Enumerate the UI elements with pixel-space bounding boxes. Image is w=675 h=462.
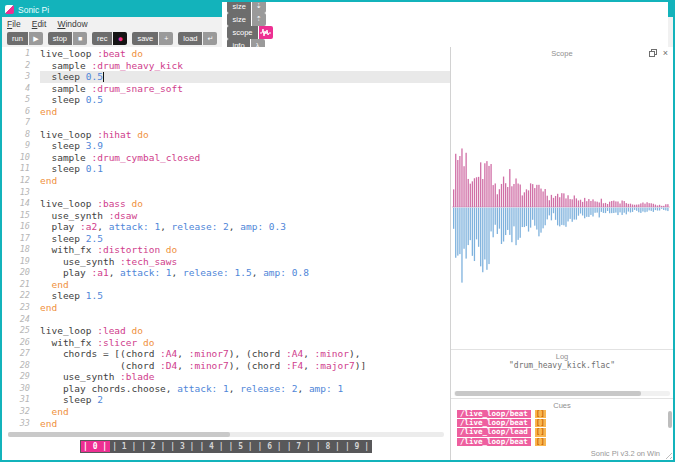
code-line[interactable]: 4 sample :drum_snare_soft xyxy=(2,83,450,95)
load-button[interactable]: load↵ xyxy=(178,32,217,45)
buffer-tab-2[interactable]: | 2 | xyxy=(139,441,168,452)
code-line-text[interactable]: chords = [(chord :A4, :minor7), (chord :… xyxy=(40,348,450,360)
code-line[interactable]: 27 chords = [(chord :A4, :minor7), (chor… xyxy=(2,348,450,360)
code-line[interactable]: 7 xyxy=(2,117,450,129)
code-line-text[interactable]: sample :drum_heavy_kick xyxy=(40,60,450,72)
scope-button[interactable]: scope xyxy=(227,26,668,39)
code-line[interactable]: 33end xyxy=(2,418,450,430)
log-horizontal-scrollbar[interactable] xyxy=(454,391,670,396)
code-line-text[interactable]: end xyxy=(40,302,450,314)
code-line-text[interactable]: sleep 2.5 xyxy=(40,233,450,245)
code-line[interactable]: 6end xyxy=(2,106,450,118)
code-line-text[interactable]: end xyxy=(40,106,450,118)
code-line-text[interactable]: with_fx :distortion do xyxy=(40,244,450,256)
code-line-text[interactable]: sleep 0.1 xyxy=(40,163,450,175)
code-line-text[interactable]: play chords.choose, attack: 1, release: … xyxy=(40,383,450,395)
code-line-text[interactable]: use_synth :dsaw xyxy=(40,210,450,222)
scrollbar-thumb[interactable] xyxy=(8,432,230,437)
code-line[interactable]: 25live_loop :lead do xyxy=(2,325,450,337)
code-line[interactable]: 21 end xyxy=(2,279,450,291)
code-line-text[interactable]: end xyxy=(40,406,450,418)
code-line[interactable]: 5 sleep 0.5 xyxy=(2,94,450,106)
buffer-tab-8[interactable]: | 8 | xyxy=(313,441,342,452)
code-line-text[interactable]: sleep 3.9 xyxy=(40,140,450,152)
code-line-text[interactable]: use_synth :tech_saws xyxy=(40,256,450,268)
menu-item-edit[interactable]: Edit xyxy=(32,19,47,29)
code-line[interactable]: 30 play chords.choose, attack: 1, releas… xyxy=(2,383,450,395)
code-line[interactable]: 11 sleep 0.1 xyxy=(2,163,450,175)
code-line[interactable]: 29 use_synth :blade xyxy=(2,371,450,383)
code-line-text[interactable]: sleep 2 xyxy=(40,394,450,406)
code-line-text[interactable]: live_loop :beat do xyxy=(40,48,450,60)
code-line-text[interactable]: sleep 0.5 xyxy=(40,71,450,83)
code-line[interactable]: 17 sleep 2.5 xyxy=(2,233,450,245)
run-button[interactable]: run▶ xyxy=(7,32,43,45)
float-panel-icon[interactable] xyxy=(649,49,657,57)
scope-label: scope xyxy=(227,26,257,39)
code-line[interactable]: 8live_loop :hihat do xyxy=(2,129,450,141)
code-line-text[interactable]: use_synth :blade xyxy=(40,371,450,383)
stop-label: stop xyxy=(48,32,72,45)
editor-horizontal-scrollbar[interactable] xyxy=(8,432,444,437)
cues-vertical-scrollbar[interactable] xyxy=(668,411,672,428)
size-down-button[interactable]: size⇣ xyxy=(227,0,668,13)
size-up-button[interactable]: size⇡ xyxy=(227,13,668,26)
code-line-text[interactable]: sample :drum_snare_soft xyxy=(40,83,450,95)
code-line-text[interactable]: end xyxy=(40,175,450,187)
code-line[interactable]: 14live_loop :bass do xyxy=(2,198,450,210)
code-line[interactable]: 32 end xyxy=(2,406,450,418)
close-panel-icon[interactable]: × xyxy=(663,50,668,57)
code-line-text[interactable]: live_loop :bass do xyxy=(40,198,450,210)
stop-button[interactable]: stop■ xyxy=(48,32,87,45)
buffer-tab-6[interactable]: | 6 | xyxy=(255,441,284,452)
menu-item-window[interactable]: Window xyxy=(57,19,87,29)
code-line[interactable]: 2 sample :drum_heavy_kick xyxy=(2,60,450,72)
code-line[interactable]: 20 play :a1, attack: 1, release: 1.5, am… xyxy=(2,267,450,279)
code-line[interactable]: 9 sleep 3.9 xyxy=(2,140,450,152)
buffer-tab-3[interactable]: | 3 | xyxy=(168,441,197,452)
buffer-tab-1[interactable]: | 1 | xyxy=(110,441,139,452)
code-line[interactable]: 12end xyxy=(2,175,450,187)
buffer-tab-7[interactable]: | 7 | xyxy=(284,441,313,452)
code-line-text[interactable] xyxy=(40,117,450,129)
buffer-tab-5[interactable]: | 5 | xyxy=(226,441,255,452)
code-line-text[interactable]: sample :drum_cymbal_closed xyxy=(40,152,450,164)
code-line[interactable]: 26 with_fx :slicer do xyxy=(2,337,450,349)
rec-button[interactable]: rec● xyxy=(92,32,127,45)
code-line[interactable]: 19 use_synth :tech_saws xyxy=(2,256,450,268)
buffer-tab-4[interactable]: | 4 | xyxy=(197,441,226,452)
code-line-text[interactable]: (chord :D4, :minor7), (chord :F4, :major… xyxy=(40,360,450,372)
buffer-tab-0[interactable]: | 0 | xyxy=(81,441,110,452)
code-line[interactable]: 10 sample :drum_cymbal_closed xyxy=(2,152,450,164)
code-line[interactable]: 22 sleep 1.5 xyxy=(2,290,450,302)
scrollbar-thumb[interactable] xyxy=(455,391,641,396)
code-line-text[interactable] xyxy=(40,314,450,326)
code-line[interactable]: 16 play :a2, attack: 1, release: 2, amp:… xyxy=(2,221,450,233)
code-line[interactable]: 31 sleep 2 xyxy=(2,394,450,406)
code-line[interactable]: 13 xyxy=(2,187,450,199)
code-line[interactable]: 24 xyxy=(2,314,450,326)
resize-grip[interactable] xyxy=(663,450,672,459)
menu-item-file[interactable]: File xyxy=(7,19,21,29)
code-line-text[interactable]: end xyxy=(40,418,450,430)
code-line[interactable]: 1live_loop :beat do xyxy=(2,48,450,60)
code-line-text[interactable]: sleep 1.5 xyxy=(40,290,450,302)
buffer-tab-9[interactable]: | 9 | xyxy=(342,441,371,452)
code-line-text[interactable]: sleep 0.5 xyxy=(40,94,450,106)
code-buffer[interactable]: 1live_loop :beat do2 sample :drum_heavy_… xyxy=(2,47,450,429)
code-line[interactable]: 23end xyxy=(2,302,450,314)
code-line-text[interactable]: with_fx :slicer do xyxy=(40,337,450,349)
code-line[interactable]: 15 use_synth :dsaw xyxy=(2,210,450,222)
code-line-text[interactable]: play :a1, attack: 1, release: 1.5, amp: … xyxy=(40,267,450,279)
code-line-text[interactable] xyxy=(40,187,450,199)
code-line[interactable]: 18 with_fx :distortion do xyxy=(2,244,450,256)
code-line[interactable]: 28 (chord :D4, :minor7), (chord :F4, :ma… xyxy=(2,360,450,372)
code-line-text[interactable]: play :a2, attack: 1, release: 2, amp: 0.… xyxy=(40,221,450,233)
code-line[interactable]: 3 sleep 0.5 xyxy=(2,71,450,83)
code-editor[interactable]: 1live_loop :beat do2 sample :drum_heavy_… xyxy=(2,47,451,460)
code-line-text[interactable]: live_loop :hihat do xyxy=(40,129,450,141)
line-number: 5 xyxy=(2,94,40,106)
code-line-text[interactable]: live_loop :lead do xyxy=(40,325,450,337)
code-line-text[interactable]: end xyxy=(40,279,450,291)
save-button[interactable]: save+ xyxy=(132,32,173,45)
